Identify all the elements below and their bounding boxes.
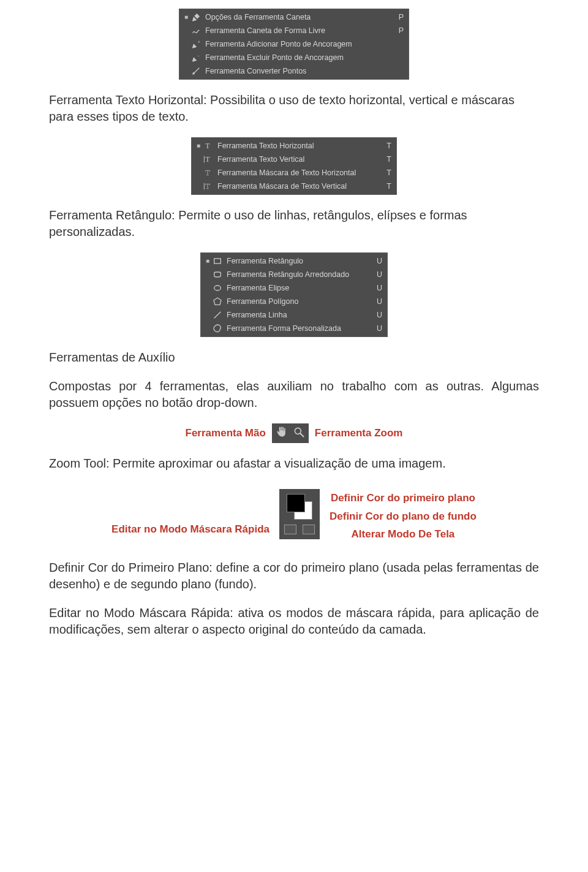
polygon-icon <box>212 297 223 306</box>
menu-item-label: Ferramenta Adicionar Ponto de Ancoragem <box>205 39 352 50</box>
shape-menu-item[interactable]: Ferramenta Retângulo ArredondadoU <box>201 268 387 281</box>
svg-text:T: T <box>205 182 210 191</box>
menu-item-shortcut: U <box>374 323 382 334</box>
ellipse-icon <box>212 283 223 293</box>
shape-tool-menu: ■Ferramenta RetânguloUFerramenta Retângu… <box>200 252 388 337</box>
quick-mask-label: Editar no Modo Máscara Rápida <box>111 489 270 536</box>
menu-item-shortcut: T <box>383 140 391 151</box>
paragraph-auxilio: Compostas por 4 ferramentas, elas auxili… <box>49 378 539 411</box>
text-menu-item[interactable]: TFerramenta Texto VerticalT <box>192 153 396 166</box>
menu-item-label: Ferramenta Máscara de Texto Vertical <box>217 181 347 192</box>
zoom-tool-label: Ferramenta Zoom <box>315 427 403 439</box>
menu-item-shortcut: T <box>383 154 391 165</box>
svg-line-10 <box>214 312 221 319</box>
pen-icon <box>190 12 202 22</box>
line-icon <box>212 310 223 320</box>
zoom-icon <box>293 426 305 441</box>
menu-item-label: Ferramenta Excluir Ponto de Ancoragem <box>205 52 344 63</box>
paragraph-retangulo: Ferramenta Retângulo: Permite o uso de l… <box>49 207 539 240</box>
shape-menu-item[interactable]: Ferramenta ElipseU <box>201 281 387 295</box>
shape-menu-item[interactable]: Ferramenta LinhaU <box>201 308 387 322</box>
paragraph-zoom: Zoom Tool: Permite aproximar ou afastar … <box>49 455 539 472</box>
menu-item-label: Ferramenta Retângulo <box>227 256 303 267</box>
rect-icon <box>212 256 223 266</box>
hand-tool-label: Ferramenta Mão <box>186 427 266 439</box>
pen-menu-item[interactable]: Ferramenta Caneta de Forma LivreP <box>179 24 409 37</box>
menu-item-label: Ferramenta Linha <box>227 309 287 320</box>
quick-mask-icon[interactable] <box>284 525 296 534</box>
swatch-panel <box>279 489 320 539</box>
shape-menu-item[interactable]: ■Ferramenta RetânguloU <box>201 254 387 268</box>
menu-item-label: Ferramenta Polígono <box>227 296 298 307</box>
menu-item-shortcut: U <box>374 269 382 280</box>
hand-zoom-strip: Ferramenta Mão Ferramenta Zoom <box>186 423 403 443</box>
Tvm-icon: T <box>203 181 214 191</box>
pen-tool-menu: ■Opções da Ferramenta CanetaPFerramenta … <box>179 9 409 80</box>
hand-zoom-icons <box>272 423 309 443</box>
paragraph-editar: Editar no Modo Máscara Rápida: ativa os … <box>49 605 539 638</box>
menu-item-shortcut: P <box>395 12 404 23</box>
svg-rect-6 <box>214 259 221 263</box>
blob-icon <box>212 324 223 333</box>
bullet-icon: ■ <box>195 140 202 151</box>
hand-icon <box>276 426 288 441</box>
define-bg-label: Definir Cor do plano de fundo <box>330 509 477 525</box>
screen-mode-icon[interactable] <box>303 525 315 534</box>
menu-item-shortcut: P <box>395 25 404 36</box>
svg-line-12 <box>300 434 303 437</box>
menu-item-shortcut: U <box>374 309 382 320</box>
paragraph-definir: Definir Cor do Primeiro Plano: define a … <box>49 559 539 593</box>
delpoint-icon: - <box>190 53 202 63</box>
text-tool-menu: ■TFerramenta Texto HorizontalTTFerrament… <box>191 137 397 195</box>
svg-text:+: + <box>198 39 200 45</box>
svg-rect-7 <box>214 272 221 277</box>
roundrect-icon <box>212 270 223 279</box>
text-menu-item[interactable]: TFerramenta Máscara de Texto HorizontalT <box>192 166 396 180</box>
svg-text:T: T <box>205 155 210 164</box>
svg-text:T: T <box>205 142 210 150</box>
menu-item-shortcut: U <box>374 296 382 307</box>
menu-item-shortcut: U <box>374 256 382 267</box>
screen-mode-label: Alterar Modo De Tela <box>330 526 477 542</box>
menu-item-label: Ferramenta Texto Horizontal <box>217 140 314 151</box>
menu-item-shortcut: T <box>383 167 391 178</box>
define-fg-label: Definir Cor do primeiro plano <box>330 490 477 506</box>
pen-menu-item[interactable]: ■Opções da Ferramenta CanetaP <box>179 10 409 24</box>
pen-menu-item[interactable]: -Ferramenta Excluir Ponto de Ancoragem <box>179 51 409 64</box>
freeform-icon <box>190 26 202 36</box>
heading-auxilio: Ferramentas de Auxílio <box>49 349 539 366</box>
bullet-icon: ■ <box>183 12 189 23</box>
menu-item-label: Ferramenta Retângulo Arredondado <box>227 269 349 280</box>
paragraph-text-horizontal: Ferramenta Texto Horizontal: Possibilita… <box>49 92 539 125</box>
convert-icon <box>190 66 202 76</box>
Tm-icon: T <box>203 168 214 178</box>
addpoint-icon: + <box>190 39 202 49</box>
color-swatch-block: Editar no Modo Máscara Rápida Definir Co… <box>111 489 477 542</box>
menu-item-shortcut: U <box>374 282 382 294</box>
bullet-icon: ■ <box>205 256 211 267</box>
shape-menu-item[interactable]: Ferramenta PolígonoU <box>201 295 387 308</box>
menu-item-label: Ferramenta Texto Vertical <box>217 154 304 165</box>
T-icon: T <box>203 141 214 151</box>
svg-text:T: T <box>205 169 210 177</box>
menu-item-label: Ferramenta Elipse <box>227 282 289 294</box>
menu-item-label: Ferramenta Converter Pontos <box>205 66 306 77</box>
menu-item-label: Opções da Ferramenta Caneta <box>205 12 311 23</box>
foreground-color-swatch[interactable] <box>287 494 305 512</box>
pen-menu-item[interactable]: +Ferramenta Adicionar Ponto de Ancoragem <box>179 37 409 51</box>
fg-bg-swatch[interactable] <box>287 494 312 520</box>
svg-point-8 <box>214 286 221 290</box>
pen-menu-item[interactable]: Ferramenta Converter Pontos <box>179 64 409 78</box>
menu-item-shortcut: T <box>383 181 391 192</box>
Tv-icon: T <box>203 154 214 164</box>
text-menu-item[interactable]: TFerramenta Máscara de Texto VerticalT <box>192 180 396 193</box>
menu-item-label: Ferramenta Máscara de Texto Horizontal <box>217 167 356 178</box>
text-menu-item[interactable]: ■TFerramenta Texto HorizontalT <box>192 139 396 153</box>
svg-text:-: - <box>198 53 200 58</box>
menu-item-label: Ferramenta Caneta de Forma Livre <box>205 25 325 36</box>
shape-menu-item[interactable]: Ferramenta Forma PersonalizadaU <box>201 322 387 335</box>
svg-marker-9 <box>214 298 221 305</box>
menu-item-label: Ferramenta Forma Personalizada <box>227 323 341 334</box>
